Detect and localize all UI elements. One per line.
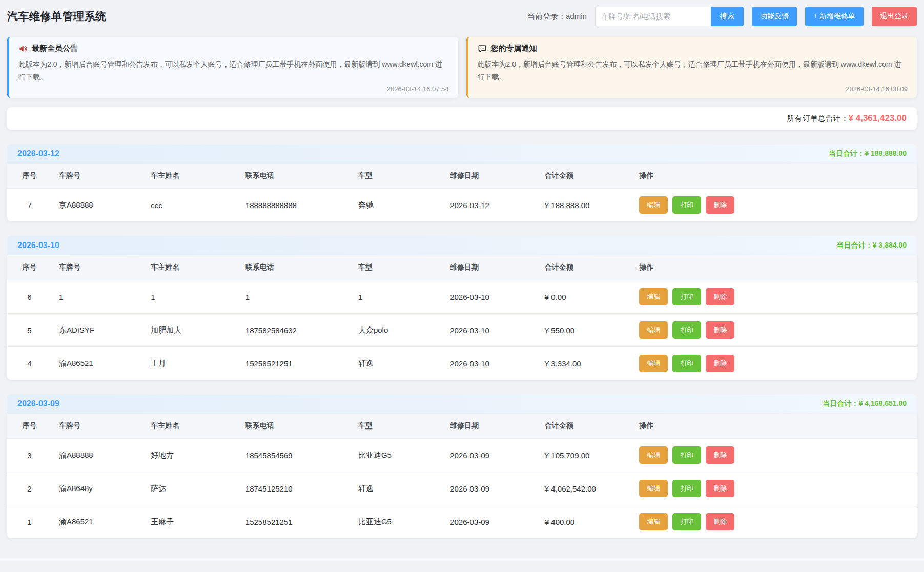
edit-button[interactable]: 编辑 [639,321,668,339]
edit-button[interactable]: 编辑 [639,288,668,305]
cell-owner: 加肥加大 [143,314,238,347]
cell-seq: 3 [7,439,52,472]
col-seq: 序号 [7,414,52,439]
speech-bubble-icon [478,44,487,53]
col-owner: 车主姓名 [143,414,238,439]
cell-amount: ¥ 400.00 [538,505,632,539]
day-total: 当日合计：¥ 3,884.00 [837,241,907,250]
delete-button[interactable]: 删除 [706,480,734,497]
orders-table-card: 序号 车牌号 车主姓名 联系电话 车型 维修日期 合计金额 操作 6111120… [7,255,917,380]
print-button[interactable]: 打印 [672,288,701,305]
cell-model: 比亚迪G5 [351,505,443,539]
orders-table: 序号 车牌号 车主姓名 联系电话 车型 维修日期 合计金额 操作 3渝A8888… [7,414,917,538]
col-actions: 操作 [632,414,917,439]
col-date: 维修日期 [443,414,538,439]
cell-plate: 京A88888 [52,189,143,222]
personal-notice-title: 您的专属通知 [491,44,537,53]
col-plate: 车牌号 [52,414,143,439]
col-date: 维修日期 [443,255,538,280]
personal-notice-timestamp: 2026-03-14 16:08:09 [478,85,908,93]
edit-button[interactable]: 编辑 [639,513,668,530]
search-input[interactable] [595,7,711,26]
cell-owner: 王丹 [143,347,238,380]
cell-actions: 编辑打印删除 [632,505,917,539]
login-user: admin [566,12,587,21]
cell-owner: 王麻子 [143,505,238,539]
top-bar: 汽车维修单管理系统 当前登录：admin 搜索 功能反馈 + 新增维修单 退出登… [7,0,917,33]
delete-button[interactable]: 删除 [706,355,734,372]
delete-button[interactable]: 删除 [706,321,734,339]
print-button[interactable]: 打印 [672,321,701,339]
edit-button[interactable]: 编辑 [639,355,668,372]
cell-actions: 编辑打印删除 [632,189,917,222]
day-date: 2026-03-10 [17,241,59,250]
day-header-bar: 2026-03-09 当日合计：¥ 4,168,651.00 [7,394,917,414]
delete-button[interactable]: 删除 [706,288,734,305]
cell-model: 比亚迪G5 [351,439,443,472]
day-section-2026-03-12: 2026-03-12 当日合计：¥ 188,888.00 序号 车牌号 车主姓名… [7,144,917,221]
cell-plate: 渝A86521 [52,347,143,380]
col-owner: 车主姓名 [143,164,238,189]
day-total: 当日合计：¥ 4,168,651.00 [823,399,907,408]
delete-button[interactable]: 删除 [706,446,734,464]
cell-plate: 1 [52,280,143,314]
cell-actions: 编辑打印删除 [632,439,917,472]
add-repair-order-button[interactable]: + 新增维修单 [805,7,864,26]
cell-phone: 1 [238,280,351,314]
print-button[interactable]: 打印 [672,513,701,530]
cell-seq: 4 [7,347,52,380]
cell-actions: 编辑打印删除 [632,280,917,314]
col-phone: 联系电话 [238,164,351,189]
table-row: 4渝A86521王丹15258521251轩逸2026-03-10¥ 3,334… [7,347,917,380]
announcement-body: 此版本为2.0，新增后台账号管理和公告发布，可以私发个人账号，适合修理厂员工带手… [18,58,449,83]
print-button[interactable]: 打印 [672,480,701,497]
cell-amount: ¥ 0.00 [538,280,632,314]
delete-button[interactable]: 删除 [706,513,734,530]
print-button[interactable]: 打印 [672,355,701,372]
cell-plate: 渝A88888 [52,439,143,472]
personal-notice-body: 此版本为2.0，新增后台账号管理和公告发布，可以私发个人账号，适合修理厂员工带手… [478,58,908,83]
cell-date: 2026-03-09 [443,472,538,505]
edit-button[interactable]: 编辑 [639,196,668,214]
header-controls: 当前登录：admin 搜索 功能反馈 + 新增维修单 退出登录 [527,7,917,26]
cell-actions: 编辑打印删除 [632,347,917,380]
cell-owner: 萨达 [143,472,238,505]
page-footer: © 版权所有 刀客源码网 ｜ www.dkewl.com [0,560,924,572]
cell-model: 轩逸 [351,347,443,380]
col-seq: 序号 [7,255,52,280]
print-button[interactable]: 打印 [672,196,701,214]
search-group: 搜索 [595,7,744,26]
print-button[interactable]: 打印 [672,446,701,464]
day-section-2026-03-10: 2026-03-10 当日合计：¥ 3,884.00 序号 车牌号 车主姓名 联… [7,236,917,380]
col-phone: 联系电话 [238,255,351,280]
col-model: 车型 [351,164,443,189]
orders-table: 序号 车牌号 车主姓名 联系电话 车型 维修日期 合计金额 操作 6111120… [7,255,917,380]
feedback-button[interactable]: 功能反馈 [752,7,797,26]
cell-seq: 1 [7,505,52,539]
cell-phone: 18545854569 [238,439,351,472]
delete-button[interactable]: 删除 [706,196,734,214]
login-label: 当前登录： [527,12,566,21]
col-phone: 联系电话 [238,414,351,439]
logout-button[interactable]: 退出登录 [872,7,917,26]
edit-button[interactable]: 编辑 [639,480,668,497]
cell-plate: 渝A8648y [52,472,143,505]
cell-owner: 1 [143,280,238,314]
day-header-bar: 2026-03-10 当日合计：¥ 3,884.00 [7,236,917,255]
edit-button[interactable]: 编辑 [639,446,668,464]
cell-seq: 6 [7,280,52,314]
col-owner: 车主姓名 [143,255,238,280]
cell-date: 2026-03-10 [443,314,538,347]
notice-area: 最新全员公告 此版本为2.0，新增后台账号管理和公告发布，可以私发个人账号，适合… [7,37,917,98]
cell-date: 2026-03-09 [443,505,538,539]
orders-grand-total: 所有订单总合计：¥ 4,361,423.00 [7,107,917,130]
col-plate: 车牌号 [52,164,143,189]
search-button[interactable]: 搜索 [711,7,744,26]
cell-owner: 好地方 [143,439,238,472]
cell-seq: 2 [7,472,52,505]
table-row: 2渝A8648y萨达18745125210轩逸2026-03-09¥ 4,062… [7,472,917,505]
col-model: 车型 [351,255,443,280]
day-date: 2026-03-12 [17,149,59,158]
col-plate: 车牌号 [52,255,143,280]
cell-phone: 15258521251 [238,347,351,380]
